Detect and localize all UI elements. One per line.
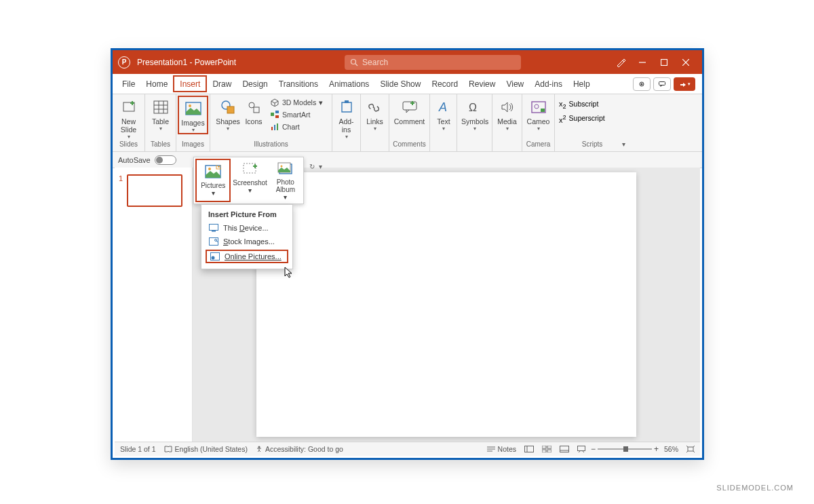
record-indicator-button[interactable]: [633, 77, 651, 91]
smartart-icon: [270, 110, 279, 119]
svg-rect-62: [547, 446, 551, 448]
online-pictures-icon: [210, 252, 220, 261]
pictures-button[interactable]: Pictures▾: [195, 159, 231, 202]
language-indicator[interactable]: English (United States): [164, 445, 248, 453]
svg-rect-64: [547, 450, 551, 452]
thumbnail-preview: [127, 174, 182, 207]
slide-canvas[interactable]: [256, 172, 636, 437]
photo-album-button[interactable]: Photo Album▾: [268, 157, 303, 203]
group-tables-label: Tables: [145, 140, 176, 151]
tab-transitions[interactable]: Transitions: [273, 74, 324, 94]
svg-rect-61: [542, 446, 546, 448]
pen-icon[interactable]: [610, 54, 632, 71]
smartart-button[interactable]: SmartArt: [269, 109, 324, 120]
notes-button[interactable]: Notes: [487, 445, 516, 453]
thumbnail-pane[interactable]: 1: [115, 168, 193, 442]
new-slide-icon: [119, 98, 138, 116]
chart-button[interactable]: Chart: [269, 121, 324, 132]
new-slide-button[interactable]: New Slide▾: [117, 97, 140, 140]
images-icon: [184, 100, 203, 117]
qat-overflow[interactable]: ↻▾: [309, 163, 322, 170]
notes-icon: [487, 446, 495, 452]
maximize-button[interactable]: [653, 54, 675, 71]
autosave-label: AutoSave: [118, 156, 151, 164]
search-box[interactable]: Search: [345, 55, 521, 70]
titlebar: P Presentation1 - PowerPoint Search: [113, 50, 702, 74]
group-images-label: Images: [176, 140, 210, 151]
icons-button[interactable]: Icons: [241, 97, 266, 125]
reading-view-button[interactable]: [560, 446, 569, 452]
screenshot-button[interactable]: Screenshot▾: [232, 157, 267, 203]
window-title: Presentation1 - PowerPoint: [137, 58, 236, 67]
cameo-button[interactable]: Cameo▾: [526, 97, 550, 132]
normal-view-button[interactable]: [524, 446, 534, 452]
tab-record[interactable]: Record: [426, 74, 463, 94]
chevron-down-icon[interactable]: ▾: [622, 140, 625, 148]
comments-toggle-button[interactable]: [653, 77, 671, 91]
zoom-slider[interactable]: −+: [598, 448, 652, 450]
tab-help[interactable]: Help: [568, 74, 596, 94]
media-button[interactable]: Media▾: [497, 97, 518, 132]
svg-text:Ω: Ω: [469, 102, 477, 113]
svg-line-69: [583, 451, 584, 452]
images-button[interactable]: Images▾: [178, 96, 208, 134]
table-button[interactable]: Table▾: [149, 97, 172, 132]
stock-images-option[interactable]: Stock Images...: [201, 235, 292, 248]
text-button[interactable]: AText▾: [434, 97, 453, 132]
slide-counter[interactable]: Slide 1 of 1: [120, 445, 156, 453]
svg-rect-25: [275, 115, 279, 118]
insert-picture-from-menu: Insert Picture From This Device... Stock…: [201, 204, 293, 269]
svg-point-55: [258, 446, 260, 448]
tab-insert[interactable]: Insert: [173, 75, 207, 92]
superscript-icon: x2: [559, 114, 566, 124]
svg-rect-28: [277, 123, 278, 130]
tab-view[interactable]: View: [501, 74, 529, 94]
svg-point-39: [208, 168, 211, 170]
online-pictures-option[interactable]: Online Pictures...: [206, 250, 288, 263]
svg-rect-20: [227, 106, 234, 113]
slide-sorter-view-button[interactable]: [542, 446, 551, 452]
speaker-icon: [498, 98, 517, 116]
addins-button[interactable]: Add- ins▾: [336, 97, 356, 140]
cameo-icon: [529, 98, 548, 116]
svg-rect-59: [524, 446, 533, 452]
zoom-in-button[interactable]: +: [654, 444, 659, 454]
book-icon: [164, 446, 172, 452]
svg-rect-37: [541, 109, 545, 112]
table-icon: [151, 98, 170, 116]
tab-draw[interactable]: Draw: [207, 74, 237, 94]
pictures-icon: [204, 163, 222, 180]
tab-file[interactable]: File: [117, 74, 140, 94]
svg-point-36: [535, 104, 539, 109]
symbols-button[interactable]: ΩSymbols▾: [461, 97, 488, 132]
subscript-button[interactable]: x2Subscript: [559, 100, 598, 110]
zoom-level[interactable]: 56%: [664, 445, 678, 453]
zoom-out-button[interactable]: −: [591, 444, 596, 454]
svg-line-68: [579, 451, 580, 452]
close-button[interactable]: [675, 54, 697, 71]
tab-slideshow[interactable]: Slide Show: [374, 74, 426, 94]
tab-home[interactable]: Home: [140, 74, 173, 94]
tab-design[interactable]: Design: [237, 74, 273, 94]
addins-icon: [337, 98, 356, 116]
tab-review[interactable]: Review: [463, 74, 501, 94]
shapes-button[interactable]: Shapes▾: [214, 97, 241, 132]
ribbon-tabs: File Home Insert Draw Design Transitions…: [113, 74, 702, 94]
chart-icon: [270, 122, 279, 132]
share-button[interactable]: ▾: [674, 77, 695, 91]
tab-animations[interactable]: Animations: [324, 74, 374, 94]
fit-window-button[interactable]: [686, 446, 695, 452]
superscript-button[interactable]: x2Superscript: [559, 114, 605, 124]
svg-rect-42: [244, 163, 256, 173]
3d-models-button[interactable]: 3D Models ▾: [269, 97, 324, 108]
comment-button[interactable]: Comment: [393, 97, 425, 125]
autosave-toggle[interactable]: [155, 155, 176, 165]
svg-rect-12: [154, 101, 168, 113]
tab-addins[interactable]: Add-ins: [529, 74, 568, 94]
accessibility-indicator[interactable]: Accessibility: Good to go: [256, 445, 343, 453]
this-device-option[interactable]: This Device...: [201, 221, 292, 235]
links-button[interactable]: Links▾: [365, 97, 385, 132]
slide-thumbnail[interactable]: 1: [119, 174, 188, 207]
slideshow-view-button[interactable]: [577, 446, 585, 452]
minimize-button[interactable]: [632, 54, 653, 71]
